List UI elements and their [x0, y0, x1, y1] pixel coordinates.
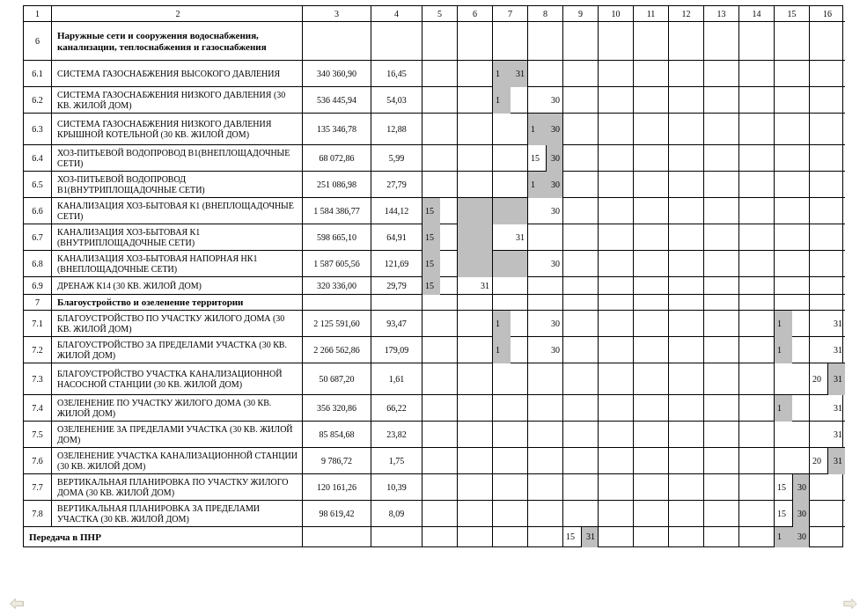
gantt-cell — [634, 448, 669, 474]
gantt-cell — [493, 474, 528, 501]
gantt-cell — [493, 422, 528, 448]
gantt-cell — [563, 277, 599, 295]
gantt-cell — [528, 61, 563, 87]
gantt-cell — [422, 311, 458, 337]
gantt-cell — [493, 145, 528, 172]
gantt-cell — [528, 501, 563, 527]
gantt-cell — [810, 198, 845, 224]
row-num: 6.3 — [24, 114, 52, 145]
table-row: 6.4ХОЗ-ПИТЬЕВОЙ ВОДОПРОВОД В1(ВНЕПЛОЩАДО… — [24, 145, 842, 172]
row-norm: 66,22 — [371, 395, 422, 422]
row-norm: 5,99 — [371, 145, 422, 172]
gantt-cell — [775, 114, 810, 145]
col-11: 11 — [634, 6, 669, 22]
row-num: 6.5 — [24, 172, 52, 198]
gantt-cell — [810, 145, 845, 172]
row-cost: 120 161,26 — [303, 474, 371, 501]
gantt-cell — [739, 474, 775, 501]
row-num: 7.5 — [24, 422, 52, 448]
gantt-cell: 30 — [528, 198, 563, 224]
gantt-cell — [669, 527, 704, 546]
gantt-cell — [599, 251, 634, 277]
row-norm: 54,03 — [371, 87, 422, 114]
gantt-cell — [775, 224, 810, 251]
gantt-cell — [493, 501, 528, 527]
gantt-cell — [739, 527, 775, 546]
row-num: 7.7 — [24, 474, 52, 501]
row-cost: 2 266 562,86 — [303, 337, 371, 363]
table-row: 7.7ВЕРТИКАЛЬНАЯ ПЛАНИРОВКА ПО УЧАСТКУ ЖИ… — [24, 474, 842, 501]
gantt-cell — [528, 448, 563, 474]
gantt-cell — [493, 172, 528, 198]
col-10: 10 — [599, 6, 634, 22]
gantt-cell — [669, 474, 704, 501]
gantt-cell: 1530 — [528, 145, 563, 172]
gantt-cell — [739, 363, 775, 395]
gantt-cell — [563, 251, 599, 277]
gantt-cell — [669, 501, 704, 527]
gantt-cell — [634, 114, 669, 145]
gantt-cell — [528, 474, 563, 501]
gantt-cell — [739, 395, 775, 422]
document-table: 1 2 3 4 5 6 7 8 9 10 11 12 13 14 15 16 6… — [23, 5, 843, 547]
row-cost: 2 125 591,60 — [303, 311, 371, 337]
col-5: 5 — [422, 6, 458, 22]
prev-page-button[interactable] — [9, 597, 25, 611]
gantt-cell — [775, 277, 810, 295]
table-row: 7.3БЛАГОУСТРОЙСТВО УЧАСТКА КАНАЛИЗАЦИОНН… — [24, 363, 842, 395]
row-num: 7.6 — [24, 448, 52, 474]
row-cost: 1 587 605,56 — [303, 251, 371, 277]
row-cost: 50 687,20 — [303, 363, 371, 395]
gantt-cell — [634, 501, 669, 527]
gantt-cell: 15 — [422, 224, 458, 251]
gantt-cell — [634, 172, 669, 198]
gantt-cell — [563, 114, 599, 145]
gantt-cell — [669, 277, 704, 295]
gantt-cell — [669, 198, 704, 224]
gantt-cell: 15 — [422, 251, 458, 277]
col-14: 14 — [739, 6, 775, 22]
gantt-cell — [563, 448, 599, 474]
row-name: КАНАЛИЗАЦИЯ ХОЗ-БЫТОВАЯ К1 (ВНЕПЛОЩАДОЧН… — [52, 198, 303, 224]
col-6: 6 — [458, 6, 493, 22]
gantt-cell: 31 — [458, 277, 493, 295]
row-num: 6.6 — [24, 198, 52, 224]
svg-marker-0 — [11, 599, 23, 609]
gantt-cell: 30 — [528, 87, 563, 114]
table-row: 7.5ОЗЕЛЕНЕНИЕ ЗА ПРЕДЕЛАМИ УЧАСТКА (30 К… — [24, 422, 842, 448]
col-15: 15 — [775, 6, 810, 22]
gantt-cell — [775, 145, 810, 172]
gantt-cell — [704, 422, 739, 448]
gantt-cell — [599, 145, 634, 172]
row-num: 7.3 — [24, 363, 52, 395]
gantt-cell — [669, 448, 704, 474]
row-norm: 93,47 — [371, 311, 422, 337]
row-name: СИСТЕМА ГАЗОСНАБЖЕНИЯ НИЗКОГО ДАВЛЕНИЯ К… — [52, 114, 303, 145]
row-norm: 29,79 — [371, 277, 422, 295]
gantt-cell — [634, 87, 669, 114]
gantt-cell — [599, 422, 634, 448]
row-num: 7 — [24, 295, 52, 311]
gantt-cell — [563, 172, 599, 198]
gantt-cell — [493, 395, 528, 422]
gantt-cell — [739, 277, 775, 295]
section-header: 6Наружные сети и сооружения водоснабжени… — [24, 22, 842, 61]
table-row: 6.6КАНАЛИЗАЦИЯ ХОЗ-БЫТОВАЯ К1 (ВНЕПЛОЩАД… — [24, 198, 842, 224]
gantt-cell — [599, 172, 634, 198]
gantt-cell: 31 — [810, 422, 845, 448]
section-title: Наружные сети и сооружения водоснабжения… — [52, 22, 303, 61]
gantt-cell: 31 — [810, 395, 845, 422]
gantt-cell — [493, 251, 528, 277]
gantt-cell — [493, 363, 528, 395]
gantt-cell — [563, 87, 599, 114]
next-page-button[interactable] — [842, 597, 858, 611]
row-cost: 68 072,86 — [303, 145, 371, 172]
col-7: 7 — [493, 6, 528, 22]
gantt-cell — [599, 363, 634, 395]
gantt-cell — [704, 87, 739, 114]
gantt-cell — [634, 251, 669, 277]
gantt-cell: 30 — [528, 311, 563, 337]
gantt-cell — [775, 363, 810, 395]
gantt-cell — [422, 422, 458, 448]
row-cost: 9 786,72 — [303, 448, 371, 474]
